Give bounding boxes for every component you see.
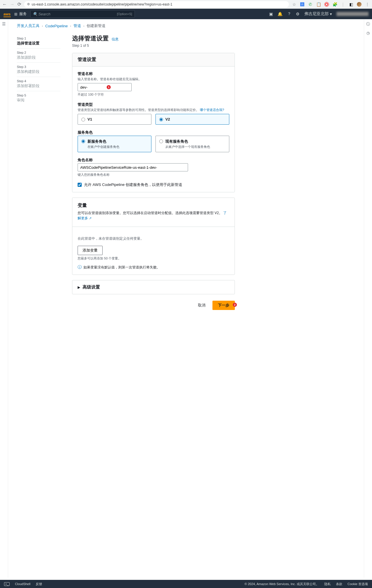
pipeline-name-hint: 不超过 100 个字符 xyxy=(78,92,229,97)
info-link[interactable]: 信息 xyxy=(112,37,119,42)
variables-limit: 您最多可以再添加 50 个变量。 xyxy=(78,256,229,261)
breadcrumb-current: 创建新管道 xyxy=(87,23,105,28)
search-icon: 🔍 xyxy=(33,12,37,16)
search-input[interactable]: 🔍 Search [Option+S] xyxy=(30,10,135,18)
pipeline-type-v1[interactable]: V1 xyxy=(78,114,151,125)
chevron-right-icon: › xyxy=(42,24,43,28)
which-pipeline-link[interactable]: 哪个管道适合我? xyxy=(200,108,224,112)
chevron-down-icon: ▾ xyxy=(330,12,332,16)
left-drawer-toggle[interactable]: ☰ xyxy=(0,19,8,578)
allow-create-role-label: 允许 AWS CodePipeline 创建服务角色，以便用于此新管道 xyxy=(84,182,182,187)
variables-warning: ⓘ 如果变量没有默认值，则第一次管道执行将失败。 xyxy=(78,265,229,270)
step-4: Step 4 添加部署阶段 xyxy=(17,77,60,91)
breadcrumb-link[interactable]: CodePipeline xyxy=(45,24,68,28)
divider: | xyxy=(341,2,345,7)
search-shortcut: [Option+S] xyxy=(117,12,132,16)
grid-icon: ⊞ xyxy=(14,12,17,16)
panel-title: 管道设置 xyxy=(78,57,229,63)
step-5: Step 5 审阅 xyxy=(17,91,60,105)
wizard-steps: Step 1 选择管道设置 Step 2 添加源阶段 Step 3 添加构建阶段… xyxy=(17,34,60,310)
page-title: 选择管道设置 xyxy=(72,34,109,42)
opera-icon[interactable]: O xyxy=(324,2,329,7)
browser-chrome: ← → ⟳ ⚙ us-east-1.console.aws.amazon.com… xyxy=(0,0,372,9)
next-button[interactable]: 下一步 2 xyxy=(212,301,235,310)
menu-icon[interactable]: ⋮ xyxy=(365,2,370,7)
step-counter: Step 1 of 5 xyxy=(72,44,235,48)
pipeline-type-v2[interactable]: V2 xyxy=(155,114,229,125)
forward-button[interactable]: → xyxy=(10,2,15,7)
extension-icon[interactable]: 📋 xyxy=(316,2,321,7)
cancel-button[interactable]: 取消 xyxy=(195,301,208,310)
annotation-badge-2: 2 xyxy=(233,303,237,307)
info-icon: ⓘ xyxy=(78,265,82,270)
side-panel-icon[interactable]: ◧ xyxy=(349,2,353,7)
reload-button[interactable]: ⟳ xyxy=(17,1,21,7)
pipeline-name-input[interactable] xyxy=(78,83,132,91)
pipeline-type-label: 管道类型 xyxy=(78,102,229,107)
variables-desc: 您可以在管道级别添加变量。您可以选择在启动管道时分配值。选择此选项需要管道类型 … xyxy=(78,210,229,221)
region-label: 弗吉尼亚北部 xyxy=(304,11,329,17)
advanced-toggle[interactable]: ▶ 高级设置 xyxy=(72,280,235,294)
clock-icon[interactable]: ◷ xyxy=(366,31,370,35)
account-info[interactable] xyxy=(337,12,369,16)
variables-panel: 变量 您可以在管道级别添加变量。您可以选择在启动管道时分配值。选择此选项需要管道… xyxy=(72,198,235,275)
variables-title: 变量 xyxy=(78,202,229,209)
breadcrumb-link[interactable]: 管道 xyxy=(74,23,81,28)
new-service-role[interactable]: 新服务角色 在账户中创建服务角色 xyxy=(78,136,151,152)
role-name-input[interactable] xyxy=(78,163,188,171)
back-button[interactable]: ← xyxy=(2,2,7,7)
translate-icon[interactable]: 🅰 xyxy=(300,2,305,7)
step-2: Step 2 添加源阶段 xyxy=(17,49,60,63)
breadcrumb: 开发人员工具 › CodePipeline › 管道 › 创建新管道 xyxy=(17,23,355,28)
existing-service-role[interactable]: 现有服务角色 从账户中选择一个现有服务角色 xyxy=(155,136,229,152)
cloudshell-icon[interactable]: ▣ xyxy=(269,12,273,16)
url-text: us-east-1.console.aws.amazon.com/codesui… xyxy=(32,2,172,6)
caret-right-icon: ▶ xyxy=(78,285,80,289)
profile-avatar[interactable] xyxy=(357,2,362,7)
help-icon[interactable]: ？ xyxy=(287,11,291,17)
notifications-icon[interactable]: 🔔 xyxy=(278,12,282,16)
service-role-label: 服务角色 xyxy=(78,130,229,135)
allow-create-role-checkbox[interactable] xyxy=(78,183,82,187)
aws-top-nav: aws ⊞ 服务 🔍 Search [Option+S] ▣ 🔔 ？ ⚙ 弗吉尼… xyxy=(0,9,372,19)
address-bar[interactable]: ⚙ us-east-1.console.aws.amazon.com/codes… xyxy=(24,1,289,8)
advanced-title: 高级设置 xyxy=(83,284,100,290)
chevron-right-icon: › xyxy=(70,24,71,28)
site-info-icon[interactable]: ⚙ xyxy=(27,2,30,6)
breadcrumb-link[interactable]: 开发人员工具 xyxy=(17,23,40,28)
annotation-badge-1: 1 xyxy=(107,85,111,89)
region-selector[interactable]: 弗吉尼亚北部 ▾ xyxy=(304,11,332,17)
bookmark-icon[interactable]: ☆ xyxy=(292,2,296,7)
pipeline-name-desc: 输入管道名称。管道名称在创建后无法编辑。 xyxy=(78,77,229,81)
allow-create-role[interactable]: 允许 AWS CodePipeline 创建服务角色，以便用于此新管道 xyxy=(78,182,229,187)
services-label: 服务 xyxy=(19,11,27,17)
pipeline-settings-panel: 管道设置 管道名称 输入管道名称。管道名称在创建后无法编辑。 1 不超过 100 xyxy=(72,53,235,192)
variables-empty: 在此管道中，未在管道级别定义任何变量。 xyxy=(78,236,229,241)
aws-logo[interactable]: aws xyxy=(3,12,11,16)
info-icon[interactable]: ⓘ xyxy=(366,21,370,27)
pipeline-name-label: 管道名称 xyxy=(78,71,229,76)
right-drawer: ⓘ ◷ xyxy=(364,19,372,578)
extensions-icon[interactable]: 🧩 xyxy=(332,2,337,7)
extension-icon[interactable]: ✆ xyxy=(308,2,313,7)
search-placeholder: Search xyxy=(38,12,50,16)
services-menu[interactable]: ⊞ 服务 xyxy=(14,11,27,17)
step-1[interactable]: Step 1 选择管道设置 xyxy=(17,34,60,49)
advanced-settings-panel: ▶ 高级设置 xyxy=(72,280,235,294)
role-name-label: 角色名称 xyxy=(78,157,229,163)
hamburger-icon: ☰ xyxy=(2,21,6,578)
step-3: Step 3 添加构建阶段 xyxy=(17,63,60,77)
chevron-right-icon: › xyxy=(83,24,85,28)
add-variable-button[interactable]: 添加变量 xyxy=(78,246,103,255)
settings-icon[interactable]: ⚙ xyxy=(296,12,300,16)
external-link-icon: ↗ xyxy=(89,216,92,220)
role-name-hint: 键入您的服务角色名称 xyxy=(78,173,229,177)
pipeline-type-desc: 管道类型决定管道结构和触发器等参数的可用性。管道类型的选择将影响功能和定价。 哪… xyxy=(78,108,229,112)
